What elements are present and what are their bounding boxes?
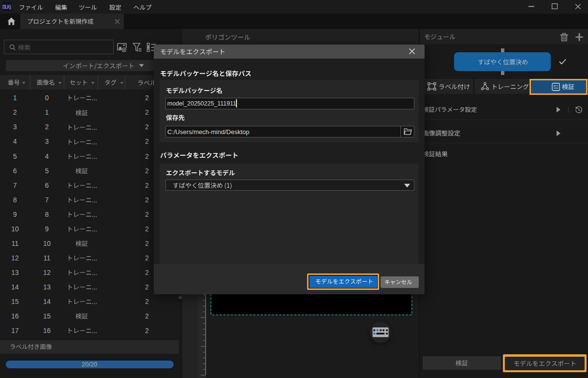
svg-text:DLK): DLK): [2, 4, 11, 10]
